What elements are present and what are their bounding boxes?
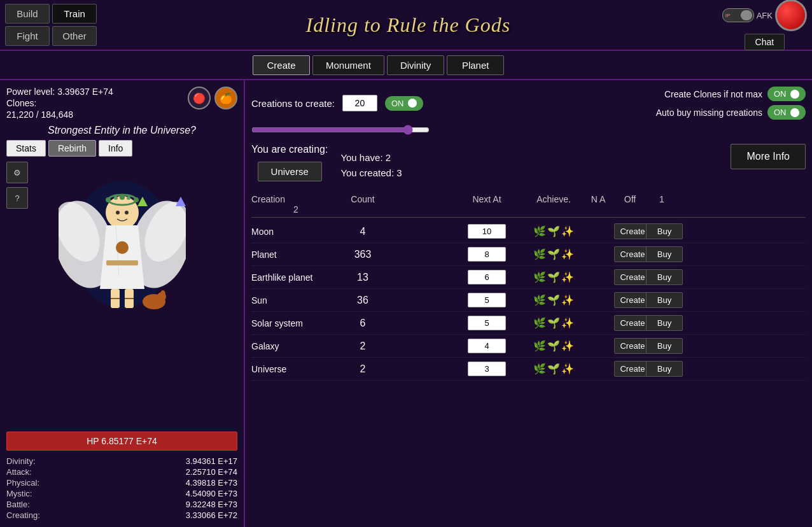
next-at-input-5[interactable]	[468, 339, 506, 353]
buy-button-1[interactable]: Buy	[646, 246, 683, 262]
buy-button-4[interactable]: Buy	[646, 315, 683, 331]
you-created-text: You created: 3	[340, 165, 402, 181]
next-at-input-3[interactable]	[468, 293, 506, 307]
creating-group: You are creating: Universe	[251, 144, 328, 185]
afk-toggle-row: IP OFF AFK	[722, 0, 807, 31]
row-create-2[interactable]: Create	[614, 269, 646, 285]
stats-tab-stats[interactable]: Stats	[6, 140, 46, 157]
row-count-6: 2	[340, 363, 385, 375]
tab-create[interactable]: Create	[253, 55, 310, 75]
auto-buy-toggle[interactable]: ON	[767, 105, 806, 120]
create-controls: Creations to create: ON Create Clones if…	[251, 87, 806, 120]
stat-label-creating: Creating:	[6, 510, 40, 520]
right-controls: Create Clones if not max ON Auto buy mis…	[656, 87, 806, 120]
header-creation: Creation	[251, 194, 340, 204]
row-buy-5[interactable]: Buy	[646, 338, 678, 354]
auto-buy-knob	[790, 108, 799, 117]
fight-button[interactable]: Fight	[5, 26, 50, 46]
stat-label-physical: Physical:	[6, 478, 39, 488]
creation-slider[interactable]	[251, 125, 430, 135]
tab-divinity[interactable]: Divinity	[387, 55, 444, 75]
main-content: Power level: 3.39637 E+74 Clones: 21,220…	[0, 80, 812, 527]
more-info-button[interactable]: More Info	[731, 144, 806, 169]
auto-buy-row: Auto buy missing creations ON	[656, 105, 806, 120]
power-level-text: Power level: 3.39637 E+74	[6, 87, 113, 97]
achieve-icon-2-1: 🌱	[547, 248, 560, 260]
row-next-at-2[interactable]	[449, 270, 525, 285]
stat-value-battle: 9.32248 E+73	[186, 500, 237, 509]
clone-toggle[interactable]: ON	[767, 87, 806, 101]
row-create-1[interactable]: Create	[614, 246, 646, 262]
chat-button[interactable]: Chat	[745, 34, 785, 50]
buy-button-0[interactable]: Buy	[646, 223, 683, 239]
row-achieve-5: 🌿 🌱 ✨	[525, 340, 582, 352]
row-next-at-4[interactable]	[449, 316, 525, 330]
next-at-input-0[interactable]	[468, 224, 506, 239]
row-buy-1[interactable]: Buy	[646, 246, 678, 262]
row-next-at-6[interactable]	[449, 362, 525, 376]
stats-tab-rebirth[interactable]: Rebirth	[48, 140, 96, 157]
train-button[interactable]: Train	[52, 4, 97, 24]
table-row: Planet 363 🌿 🌱 ✨ Create Buy	[251, 243, 806, 266]
header-off: Off	[614, 194, 646, 204]
tab-monument[interactable]: Monument	[312, 55, 384, 75]
next-at-input-2[interactable]	[468, 270, 506, 285]
second-nav: Create Monument Divinity Planet	[0, 51, 812, 80]
buy-button-6[interactable]: Buy	[646, 361, 683, 377]
afk-toggle-switch[interactable]: IP OFF	[722, 8, 754, 22]
help-button[interactable]: ?	[6, 187, 28, 209]
row-achieve-6: 🌿 🌱 ✨	[525, 363, 582, 375]
you-creating-label: You are creating:	[251, 144, 328, 155]
gear-button[interactable]: ⚙	[6, 162, 28, 183]
achieve-icon-3-3: ✨	[561, 294, 574, 306]
creations-input[interactable]	[342, 95, 377, 111]
achieve-icon-1-1: 🌿	[533, 248, 546, 260]
build-button[interactable]: Build	[5, 4, 50, 24]
row-create-3[interactable]: Create	[614, 292, 646, 308]
row-next-at-0[interactable]	[449, 224, 525, 239]
row-buy-3[interactable]: Buy	[646, 292, 678, 308]
svg-point-12	[134, 197, 139, 202]
other-button[interactable]: Other	[52, 26, 97, 46]
achieve-icon-3-4: ✨	[561, 317, 574, 329]
row-name-6: Universe	[251, 364, 340, 374]
next-at-input-4[interactable]	[468, 316, 506, 330]
row-next-at-1[interactable]	[449, 247, 525, 262]
stat-label-mystic: Mystic:	[6, 489, 32, 498]
stats-tab-info[interactable]: Info	[99, 140, 132, 157]
left-top-bar: Power level: 3.39637 E+74 Clones: 21,220…	[6, 87, 237, 121]
orange-item-icon[interactable]: 🍊	[214, 87, 237, 109]
create-on-toggle[interactable]: ON	[385, 96, 423, 111]
creation-table: Creation Count Next At Achieve. N A Off …	[251, 192, 806, 521]
stat-label-divinity: Divinity:	[6, 456, 36, 466]
row-buy-6[interactable]: Buy	[646, 361, 678, 377]
clones-label: Clones:	[6, 98, 113, 108]
row-count-2: 13	[340, 272, 385, 283]
stat-label-battle: Battle:	[6, 500, 30, 509]
buy-button-2[interactable]: Buy	[646, 269, 683, 285]
buy-button-5[interactable]: Buy	[646, 338, 683, 354]
achieve-icon-2-5: 🌱	[547, 340, 560, 352]
character-image	[52, 162, 192, 327]
header-na: N A	[582, 194, 614, 204]
table-row: Universe 2 🌿 🌱 ✨ Create Buy	[251, 358, 806, 381]
slider-row	[251, 125, 806, 137]
next-at-input-1[interactable]	[468, 247, 506, 262]
achieve-icon-2-3: 🌱	[547, 294, 560, 306]
buy-button-3[interactable]: Buy	[646, 292, 683, 308]
dark-orb-icon[interactable]: 🔴	[188, 87, 211, 109]
row-buy-4[interactable]: Buy	[646, 315, 678, 331]
row-create-0[interactable]: Create	[614, 223, 646, 239]
next-at-input-6[interactable]	[468, 362, 506, 376]
row-buy-0[interactable]: Buy	[646, 223, 678, 239]
tab-planet[interactable]: Planet	[447, 55, 504, 75]
row-next-at-3[interactable]	[449, 293, 525, 307]
row-buy-2[interactable]: Buy	[646, 269, 678, 285]
svg-point-16	[116, 241, 129, 254]
row-next-at-5[interactable]	[449, 339, 525, 353]
row-create-4[interactable]: Create	[614, 315, 646, 331]
row-create-5[interactable]: Create	[614, 338, 646, 354]
table-header: Creation Count Next At Achieve. N A Off …	[251, 192, 806, 218]
header-count: Count	[340, 194, 385, 204]
row-create-6[interactable]: Create	[614, 361, 646, 377]
